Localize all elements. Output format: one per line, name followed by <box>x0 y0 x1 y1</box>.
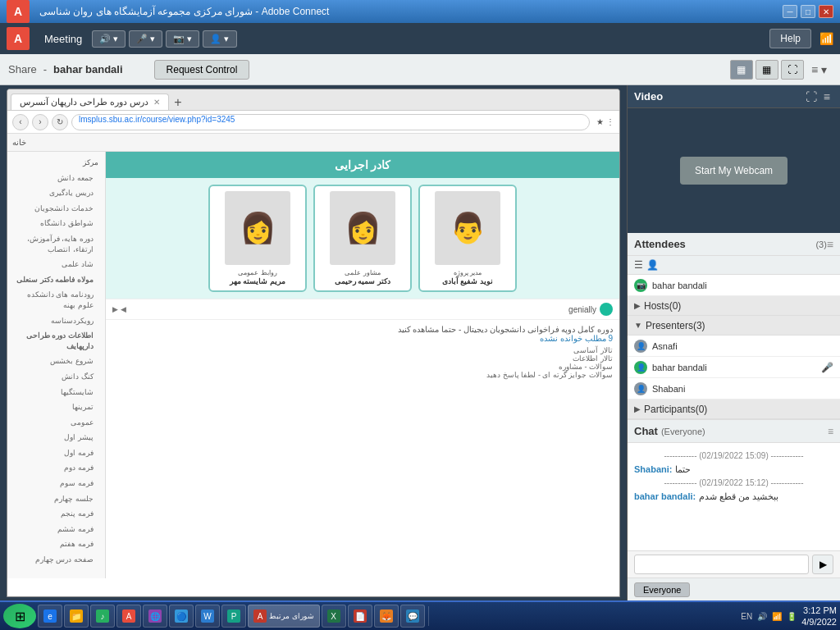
menu-item-meeting[interactable]: Meeting <box>38 30 89 48</box>
send-button[interactable]: ▶ <box>812 555 833 574</box>
menu-bar: A Meeting 🔊 ▾ 🎤 ▾ 📷 ▾ 👤 ▾ Help 📶 <box>0 23 840 54</box>
lang-indicator[interactable]: EN <box>741 612 752 621</box>
attendees-button[interactable]: 👤 ▾ <box>203 30 236 48</box>
chat-input[interactable] <box>634 555 809 574</box>
refresh-btn[interactable]: ↻ <box>52 114 68 130</box>
taskbar-app-media[interactable]: ♪ <box>90 605 115 628</box>
app4-icon: P <box>227 609 240 623</box>
chat-messages: ------------ (02/19/2022 15:09) --------… <box>628 443 840 550</box>
nav-item-18[interactable]: فرمه دوم <box>7 460 105 476</box>
nav-item-23[interactable]: فرمه هفتم <box>7 536 105 552</box>
taskbar-app-1[interactable]: A <box>116 605 141 628</box>
title-bar-controls[interactable]: ─ □ ✕ <box>783 5 833 18</box>
taskbar-app-2[interactable]: 🌐 <box>143 605 167 628</box>
taskbar-app-meeting[interactable]: A شورای مرتبط <box>248 605 320 628</box>
network-icon[interactable]: 📶 <box>772 612 782 621</box>
start-webcam-button[interactable]: Start My Webcam <box>680 157 788 185</box>
signal-icon: 📶 <box>819 32 833 45</box>
taskbar-app-5[interactable]: 💬 <box>400 605 425 628</box>
browser-tab-active[interactable]: درس دوره طراحی دارپهان آنسرس ✕ <box>11 94 169 110</box>
participants-label: Participants <box>644 404 696 415</box>
chat-menu-btn[interactable]: ≡ <box>828 426 833 437</box>
start-button[interactable]: ⊞ <box>3 604 36 628</box>
presenter-item-2: 👤 Shabani <box>628 378 840 399</box>
nav-item-0[interactable]: مرکز <box>7 155 105 171</box>
volume-icon[interactable]: 🔊 <box>757 612 767 621</box>
list-view-icon[interactable]: 👤 <box>646 259 659 271</box>
taskbar-app-excel[interactable]: X <box>322 605 346 628</box>
nav-item-24[interactable]: صفحه درس چهارم <box>7 552 105 568</box>
everyone-button[interactable]: Everyone <box>634 582 690 597</box>
request-control-button[interactable]: Request Control <box>154 60 250 80</box>
help-button[interactable]: Help <box>769 29 811 48</box>
nav-item-12[interactable]: کنگ دانش <box>7 369 105 385</box>
nav-item-21[interactable]: فرمه پنجم <box>7 506 105 522</box>
nav-item-2[interactable]: دریس یادگیری <box>7 185 105 201</box>
nav-item-22[interactable]: فرمه ششم <box>7 522 105 537</box>
nav-item-13[interactable]: شایستگیها <box>7 385 105 400</box>
nav-item-10[interactable]: اطلاعات دوره طراحی دارپهایف <box>7 328 105 354</box>
nav-item-7[interactable]: مولاه فاطمه دکتر سنعلی <box>7 272 105 288</box>
close-button[interactable]: ✕ <box>819 5 833 18</box>
taskbar-app-4[interactable]: P <box>221 605 246 628</box>
view-btn-1[interactable]: ▦ <box>730 60 753 80</box>
nav-item-4[interactable]: شواطق دانشگاه <box>7 216 105 231</box>
mic-button[interactable]: 🎤 ▾ <box>129 30 162 48</box>
nav-item-20[interactable]: جلسه چهارم <box>7 491 105 507</box>
taskbar-app-explorer[interactable]: 📁 <box>64 605 89 628</box>
unread-link[interactable]: 9 مطلب خوانده نشده <box>540 334 613 343</box>
view-btn-2[interactable]: ▦ <box>756 60 778 80</box>
nav-item-17[interactable]: فرمه اول <box>7 445 105 461</box>
participants-group-header[interactable]: ▶ Participants (0) <box>628 399 840 419</box>
url-input[interactable]: lmsplus.sbu.ac.ir/course/view.php?id=324… <box>71 114 590 130</box>
taskbar-app-firefox[interactable]: 🦊 <box>374 605 399 628</box>
hosts-group-header[interactable]: ▶ Hosts (0) <box>628 296 840 316</box>
taskbar-app-3[interactable]: 🔵 <box>169 605 194 628</box>
presenter-item-0: 👤 Asnafi <box>628 336 840 357</box>
nav-item-6[interactable]: شاد علمی <box>7 257 105 272</box>
presenter-name-0: مریم شایسته مهر <box>215 277 300 285</box>
chat-title: Chat <box>634 425 658 437</box>
nav-item-11[interactable]: شروع بخشس <box>7 354 105 369</box>
chat-message-1: bahar bandali: ببخشید من قطع شدم <box>634 491 833 502</box>
presenters-group-header[interactable]: ▼ Presenters (3) <box>628 316 840 336</box>
main-layout: درس دوره طراحی دارپهان آنسرس ✕ + ‹ › ↻ l… <box>0 85 840 600</box>
tab-title: درس دوره طراحی دارپهان آنسرس <box>20 97 148 107</box>
taskbar-app-pdf[interactable]: 📄 <box>348 605 372 628</box>
hosts-arrow-icon: ▶ <box>634 301 641 310</box>
maximize-button[interactable]: □ <box>801 5 815 18</box>
battery-icon[interactable]: 🔋 <box>787 612 797 621</box>
nav-item-8[interactable]: رودنامه های دانشکده علوم بهنه <box>7 287 105 313</box>
minimize-button[interactable]: ─ <box>783 5 797 18</box>
presenter-avatar-0: 👤 <box>634 340 647 353</box>
video-menu-btn[interactable]: ≡ <box>820 89 833 105</box>
audio-button[interactable]: 🔊 ▾ <box>92 30 126 48</box>
fullscreen-btn[interactable]: ⛶ <box>781 60 804 80</box>
taskbar-app-ie[interactable]: e <box>38 605 62 628</box>
forward-btn[interactable]: › <box>32 114 48 130</box>
presenters-label: Presenters <box>646 320 693 331</box>
nav-item-15[interactable]: عمومی <box>7 415 105 431</box>
nav-item-16[interactable]: پیشر اول <box>7 430 105 445</box>
camera-button[interactable]: 📷 ▾ <box>166 30 199 48</box>
word-icon: W <box>201 609 214 623</box>
back-btn[interactable]: ‹ <box>12 114 29 130</box>
presenter-photo-2: 👨 <box>435 191 500 265</box>
presenter-card-0: 👩 روابط عمومی مریم شایسته مهر <box>208 185 307 292</box>
nav-item-19[interactable]: فرمه سوم <box>7 476 105 491</box>
search-icon[interactable]: ☰ <box>634 259 643 271</box>
attendees-menu-btn[interactable]: ≡ <box>827 238 833 251</box>
tab-close-icon[interactable]: ✕ <box>153 98 160 107</box>
app5-icon: 💬 <box>406 609 419 623</box>
nav-item-5[interactable]: دوره هایه، فرآموزش، ارتقاء، انتصاب <box>7 231 105 257</box>
nav-item-1[interactable]: جمعه دانش <box>7 171 105 186</box>
nav-item-9[interactable]: رویکردسناسه <box>7 313 105 329</box>
taskbar-app-word[interactable]: W <box>195 605 220 628</box>
share-menu-btn[interactable]: ≡ ▾ <box>806 62 832 78</box>
nav-item-3[interactable]: خدمات دانشجویان <box>7 201 105 217</box>
new-tab-btn[interactable]: + <box>174 95 181 110</box>
video-fullscreen-btn[interactable]: ⛶ <box>802 89 820 105</box>
attendee-avatar-main: 📷 <box>634 279 647 292</box>
nav-item-14[interactable]: تمرینها <box>7 399 105 415</box>
browser-content: مرکز جمعه دانش دریس یادگیری خدمات دانشجو… <box>7 152 619 578</box>
